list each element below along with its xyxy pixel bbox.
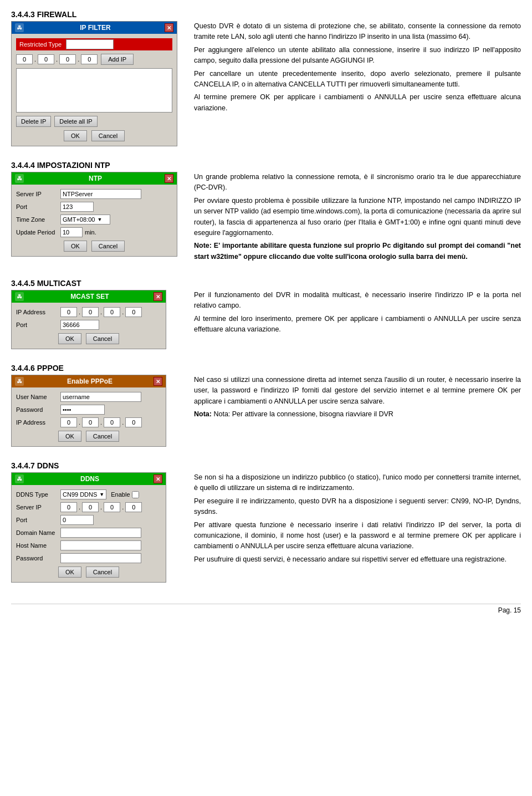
ntp-server-row: Server IP [16,189,172,199]
ddns-title: DDNS [80,475,99,483]
delete-ip-button[interactable]: Delete IP [16,116,51,127]
ddns-close[interactable]: ✕ [154,474,162,483]
pppoe-ok-button[interactable]: OK [58,431,81,442]
firewall-para-4: Al termine premere OK per applicare i ca… [194,92,521,114]
mcast-port-input[interactable] [60,320,99,330]
ddns-host-label: Host Name [16,542,60,549]
mcast-ip-1[interactable] [60,307,77,317]
ntp-timezone-dropdown[interactable]: GMT+08:00 ▼ [60,215,110,224]
trusted-sites-dropdown[interactable]: Trusted Sites ▼ [66,39,113,49]
pppoe-close[interactable]: ✕ [154,377,162,386]
ntp-close[interactable]: ✕ [165,174,173,183]
ntp-update-label: Update Period [16,229,60,236]
ntp-para-3: Note: E' importante abilitare questa fun… [194,241,521,262]
pppoe-dot-2: . [100,419,103,426]
mcast-ip-2[interactable] [82,307,99,317]
ip-filter-cancel-button[interactable]: Cancel [91,130,125,141]
pppoe-ip-2[interactable] [82,417,99,427]
mcast-titlebar: 🖧 MCAST SET ✕ [12,290,166,303]
delete-btn-row: Delete IP Delete all IP [16,116,172,127]
pppoe-nota-text: Nota: Per attivare la connessione, bisog… [213,410,393,418]
ddns-cancel-button[interactable]: Cancel [86,567,119,578]
ntp-section: 🖧 NTP ✕ Server IP Port Time Zone [11,172,521,264]
ddns-para-1: Se non si ha a disposizione un indirizzo… [194,472,521,494]
pppoe-username-input[interactable] [60,392,141,402]
ntp-server-input[interactable] [60,189,141,199]
pppoe-text: Nel caso si utilizzi una connessione dir… [194,375,521,422]
pppoe-password-input[interactable] [60,405,105,415]
ddns-dot-1: . [78,504,81,511]
ddns-serverip-label: Server IP [16,504,60,511]
ddns-domain-input[interactable] [60,528,141,538]
pppoe-ip-3[interactable] [104,417,120,427]
pppoe-username-row: User Name [16,392,161,402]
ddns-para-3: Per attivare questa funzione è necessari… [194,520,521,552]
ip-dot-2: . [55,56,58,63]
ddns-ip-3[interactable] [104,502,120,512]
ddns-ip-fields: . . . [60,502,142,512]
ntp-icon: 🖧 [15,174,24,183]
page-content: 3.4.4.3 FIREWALL 🖧 IP FILTER ✕ Restricte… [11,6,521,614]
ntp-btn-row: OK Cancel [16,241,172,252]
ntp-ok-button[interactable]: OK [64,241,87,252]
ip-filter-ok-button[interactable]: OK [64,130,87,141]
firewall-heading-row: 3.4.4.3 FIREWALL [11,10,521,19]
add-ip-button[interactable]: Add IP [101,54,134,65]
multicast-para-2: Al termine del loro inserimento, premere… [194,314,521,335]
ip-dot-3: . [77,56,80,63]
multicast-section: 🖧 MCAST SET ✕ IP Address . . . [11,290,521,349]
pppoe-ip-4[interactable] [125,417,142,427]
ddns-section: 🖧 DDNS ✕ DDNS Type CN99 DDNS ▼ Enable [11,472,521,583]
firewall-heading: 3.4.4.3 FIREWALL [11,10,76,19]
pppoe-ip-1[interactable] [60,417,77,427]
ip-field-2[interactable] [38,54,54,64]
mcast-ok-button[interactable]: OK [58,333,81,344]
ddns-port-label: Port [16,517,60,523]
ntp-port-input[interactable] [60,202,94,212]
ip-field-1[interactable] [16,54,33,64]
ddns-ip-1[interactable] [60,502,77,512]
ddns-ip-4[interactable] [125,502,142,512]
ddns-enable-checkbox[interactable] [132,491,139,498]
ip-dot-1: . [34,56,37,63]
ddns-password-input[interactable] [60,553,141,563]
firewall-para-2: Per aggiungere all'elenco un utente abil… [194,45,521,67]
pppoe-title: Enable PPPoE [67,377,112,385]
ddns-port-row: Port [16,515,161,525]
ddns-host-input[interactable] [60,540,141,550]
ip-filter-close[interactable]: ✕ [165,23,173,32]
ntp-cancel-button[interactable]: Cancel [91,241,125,252]
multicast-heading: 3.4.4.5 MULTICAST [11,279,81,288]
firewall-text: Questo DVR è dotato di un sistema di pro… [194,21,521,116]
ntp-update-unit: min. [85,229,96,236]
pppoe-password-row: Password [16,405,161,415]
mcast-cancel-button[interactable]: Cancel [86,333,119,344]
ntp-update-input[interactable] [60,227,83,237]
ntp-left: 🖧 NTP ✕ Server IP Port Time Zone [11,172,183,257]
ip-input-fields: . . . [16,54,98,64]
pppoe-para-2: Nota: Nota: Per attivare la connessione,… [194,409,521,420]
ddns-host-row: Host Name [16,540,161,550]
pppoe-cancel-button[interactable]: Cancel [86,431,119,442]
mcast-close[interactable]: ✕ [154,292,162,301]
ddns-type-dropdown[interactable]: CN99 DDNS ▼ [60,489,106,499]
pppoe-section: 🖧 Enable PPPoE ✕ User Name Password IP A… [11,375,521,447]
delete-all-ip-button[interactable]: Delete all IP [54,116,97,127]
mcast-ip-4[interactable] [125,307,142,317]
ip-field-3[interactable] [59,54,76,64]
ntp-body: Server IP Port Time Zone GMT+08:00 ▼ [12,185,177,256]
multicast-left: 🖧 MCAST SET ✕ IP Address . . . [11,290,183,349]
pppoe-dialog: 🖧 Enable PPPoE ✕ User Name Password IP A… [11,375,166,447]
ddns-ip-2[interactable] [82,502,99,512]
ntp-dialog: 🖧 NTP ✕ Server IP Port Time Zone [11,172,177,257]
ddns-type-value: CN99 DDNS [63,491,97,498]
ip-field-4[interactable] [81,54,98,64]
ddns-ok-button[interactable]: OK [58,567,81,578]
ddns-password-row: Password [16,553,161,563]
mcast-port-label: Port [16,322,60,328]
mcast-ip-3[interactable] [104,307,120,317]
pppoe-btn-row: OK Cancel [16,431,161,442]
ip-filter-dialog: 🖧 IP FILTER ✕ Restricted Type Trusted Si… [11,21,177,146]
ddns-port-input[interactable] [60,515,94,525]
mcast-dot-2: . [100,309,103,315]
